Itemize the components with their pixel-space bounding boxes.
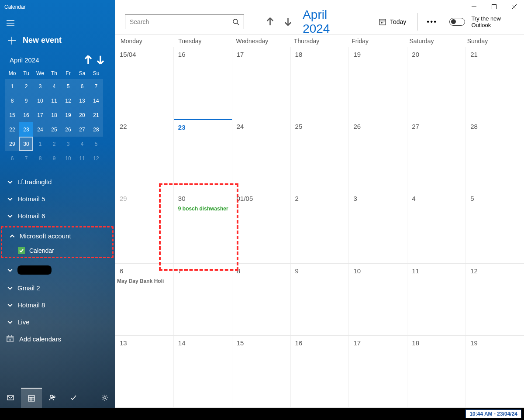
minimize-button[interactable] [464,0,484,13]
add-calendars-button[interactable]: Add calendars [0,330,115,347]
mini-cal-day[interactable]: 5 [89,137,103,151]
prev-month-button[interactable] [264,15,276,28]
mini-cal-day[interactable]: 14 [89,93,103,108]
mini-cal-day[interactable]: 24 [33,122,47,137]
event[interactable]: 9 bosch dishwasher [178,206,229,212]
mini-cal-day[interactable]: 8 [33,151,47,165]
hamburger-button[interactable] [0,14,21,32]
account-tftrading[interactable]: t.f.tradingltd [0,173,115,190]
mini-cal-day[interactable]: 2 [47,137,61,151]
day-cell[interactable]: 15/04 [115,47,174,119]
mini-cal-day[interactable]: 6 [75,79,89,93]
mail-button[interactable] [0,388,21,408]
settings-button[interactable] [94,388,115,408]
mini-cal-day[interactable]: 12 [89,151,103,165]
mini-cal-day[interactable]: 22 [5,122,19,137]
mini-cal-prev[interactable] [82,54,94,66]
mini-cal-day[interactable]: 19 [61,108,75,122]
mini-cal-day[interactable]: 21 [89,108,103,122]
day-cell[interactable]: 14 [174,336,232,407]
day-cell[interactable]: 16 [174,47,232,119]
day-cell[interactable]: 17 [232,47,291,119]
account-microsoft[interactable]: Microsoft account [2,227,112,244]
new-event-button[interactable]: New event [0,32,115,51]
mini-cal-day[interactable]: 15 [5,108,19,122]
day-cell[interactable]: 25 [291,119,349,191]
mini-cal-day[interactable]: 1 [33,137,47,151]
day-cell[interactable]: 5 [466,191,524,263]
day-cell[interactable]: 12 [466,264,524,335]
day-cell[interactable]: 21 [466,47,524,119]
day-cell[interactable]: 19 [466,336,524,407]
try-outlook-toggle[interactable] [449,18,465,26]
mini-cal-day[interactable]: 9 [19,93,33,108]
mini-cal-day[interactable]: 29 [5,137,19,151]
account-gmail2[interactable]: Gmail 2 [0,279,115,296]
day-cell[interactable]: 20 [407,47,466,119]
day-cell[interactable]: 18 [291,47,349,119]
mini-cal-day[interactable]: 20 [75,108,89,122]
mini-cal-day[interactable]: 26 [61,122,75,137]
mini-cal-day[interactable]: 11 [47,93,61,108]
mini-cal-day[interactable]: 1 [5,79,19,93]
day-cell[interactable]: 17 [349,336,407,407]
mini-cal-day[interactable]: 7 [19,151,33,165]
search-input[interactable] [130,18,232,25]
day-cell[interactable]: 01/05 [232,191,291,263]
todo-button[interactable] [63,388,84,408]
checkbox-checked[interactable] [18,247,25,254]
search-box[interactable] [125,14,244,29]
close-button[interactable] [504,0,524,13]
more-button[interactable]: ••• [427,17,437,26]
mini-cal-day[interactable]: 27 [75,122,89,137]
day-cell[interactable]: 6May Day Bank Holi [115,264,174,335]
day-cell[interactable]: 4 [407,191,466,263]
calendar-checkbox-row[interactable]: Calendar [2,244,112,257]
account-hotmail8[interactable]: Hotmail 8 [0,296,115,313]
event[interactable]: May Day Bank Holi [117,278,171,284]
mini-cal-day[interactable]: 30 [19,137,33,151]
account-redacted[interactable]: redacted [0,261,115,279]
day-cell[interactable]: 26 [349,119,407,191]
day-cell[interactable]: 18 [407,336,466,407]
mini-cal-day[interactable]: 10 [61,151,75,165]
day-cell[interactable]: 10 [349,264,407,335]
mini-cal-day[interactable]: 8 [5,93,19,108]
day-cell[interactable]: 7 [174,264,232,335]
mini-cal-day[interactable]: 2 [19,79,33,93]
day-cell[interactable]: 8 [232,264,291,335]
mini-cal-day[interactable]: 5 [61,79,75,93]
mini-cal-day[interactable]: 23 [19,122,33,137]
day-cell[interactable]: 15 [232,336,291,407]
mini-cal-day[interactable]: 25 [47,122,61,137]
today-button[interactable]: Today [376,16,409,28]
day-cell[interactable]: 29 [115,191,174,263]
day-cell[interactable]: 16 [291,336,349,407]
day-cell[interactable]: 309 bosch dishwasher [174,191,232,263]
mini-cal-day[interactable]: 17 [33,108,47,122]
account-hotmail6[interactable]: Hotmail 6 [0,207,115,224]
people-button[interactable] [42,388,63,408]
mini-cal-day[interactable]: 4 [75,137,89,151]
calendar-button[interactable] [21,388,42,408]
mini-cal-next[interactable] [94,54,107,66]
day-cell[interactable]: 11 [407,264,466,335]
mini-cal-day[interactable]: 11 [75,151,89,165]
day-cell[interactable]: 23 [174,119,232,191]
mini-cal-day[interactable]: 18 [47,108,61,122]
mini-cal-day[interactable]: 7 [89,79,103,93]
mini-cal-day[interactable]: 4 [47,79,61,93]
day-cell[interactable]: 19 [349,47,407,119]
day-cell[interactable]: 9 [291,264,349,335]
next-month-button[interactable] [282,15,294,28]
maximize-button[interactable] [484,0,504,13]
mini-cal-day[interactable]: 3 [33,79,47,93]
day-cell[interactable]: 24 [232,119,291,191]
mini-cal-day[interactable]: 6 [5,151,19,165]
day-cell[interactable]: 22 [115,119,174,191]
account-live[interactable]: Live [0,313,115,330]
mini-cal-day[interactable]: 28 [89,122,103,137]
mini-cal-day[interactable]: 3 [61,137,75,151]
mini-cal-day[interactable]: 12 [61,93,75,108]
day-cell[interactable]: 2 [291,191,349,263]
